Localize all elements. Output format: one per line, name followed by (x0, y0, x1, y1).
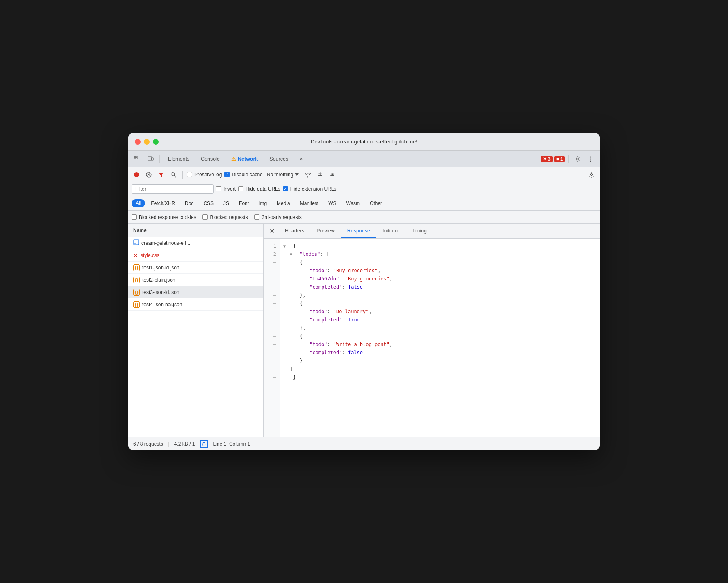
upload-icon[interactable] (315, 170, 325, 180)
file-item-json4[interactable]: {} test4-json-hal.json (128, 298, 263, 311)
transfer-size: 4.2 kB / 1 (174, 441, 195, 447)
blocked-cookies-input[interactable] (132, 214, 137, 220)
tab-more[interactable]: » (295, 153, 307, 165)
maximize-button[interactable] (153, 139, 159, 145)
file-name-json1: test1-json-ld.json (142, 265, 180, 271)
tab-preview[interactable]: Preview (311, 224, 340, 238)
clear-button[interactable] (144, 170, 154, 180)
line-num-15[interactable]: – (264, 357, 280, 365)
minimize-button[interactable] (144, 139, 150, 145)
type-filter-doc[interactable]: Doc (181, 199, 198, 207)
wifi-icon[interactable] (303, 170, 313, 180)
tab-elements[interactable]: Elements (163, 153, 194, 165)
third-party-input[interactable] (254, 214, 259, 220)
warning-icon: ⚠ (231, 156, 236, 162)
line-num-9[interactable]: – (264, 307, 280, 316)
cursor-tool-icon[interactable] (132, 153, 143, 165)
line-num-10[interactable]: – (264, 316, 280, 324)
type-filter-media[interactable]: Media (273, 199, 294, 207)
line-num-17[interactable]: – (264, 373, 280, 381)
type-filter-css[interactable]: CSS (199, 199, 218, 207)
line-num-16[interactable]: – (264, 365, 280, 373)
svg-rect-5 (152, 158, 153, 160)
line-num-14[interactable]: – (264, 348, 280, 357)
line-num-3[interactable]: – (264, 258, 280, 266)
invert-checkbox[interactable]: Invert (216, 186, 236, 192)
file-item-json1[interactable]: {} test1-json-ld.json (128, 262, 263, 274)
type-filter-wasm[interactable]: Wasm (342, 199, 364, 207)
error-icon: ✕ (133, 252, 138, 259)
tab-sources-label: Sources (269, 156, 288, 162)
type-filter-other[interactable]: Other (366, 199, 386, 207)
hide-extension-urls-checkbox-input[interactable]: ✓ (283, 186, 288, 191)
blocked-requests-checkbox[interactable]: Blocked requests (202, 214, 248, 220)
tab-sources[interactable]: Sources (264, 153, 293, 165)
json-format-icon[interactable]: {} (200, 440, 208, 448)
blocked-cookies-checkbox[interactable]: Blocked response cookies (132, 214, 196, 220)
file-item-main[interactable]: cream-gelatinous-eff... (128, 237, 263, 249)
type-filter-img[interactable]: Img (255, 199, 271, 207)
filter-input[interactable] (132, 184, 214, 194)
error-badge[interactable]: ✕ 3 (541, 156, 553, 162)
filter-icon[interactable] (156, 170, 166, 180)
type-filter-ws[interactable]: WS (324, 199, 340, 207)
tab-timing[interactable]: Timing (406, 224, 432, 238)
code-line-17: } (280, 373, 600, 381)
type-filter-js[interactable]: JS (219, 199, 233, 207)
status-bar: 6 / 8 requests | 4.2 kB / 1 {} Line 1, C… (128, 437, 600, 450)
svg-marker-17 (295, 173, 299, 176)
hide-data-urls-checkbox[interactable]: Hide data URLs (238, 186, 280, 192)
type-filter-font[interactable]: Font (235, 199, 253, 207)
file-item-json2[interactable]: {} test2-plain.json (128, 274, 263, 286)
line-num-8[interactable]: – (264, 299, 280, 307)
json-icon-3: {} (133, 289, 140, 296)
close-panel-button[interactable]: ✕ (267, 226, 277, 236)
disable-cache-checkbox[interactable]: ✓ Disable cache (224, 172, 262, 178)
tab-headers[interactable]: Headers (279, 224, 310, 238)
hide-extension-urls-checkbox[interactable]: ✓ Hide extension URLs (283, 186, 337, 192)
close-button[interactable] (135, 139, 141, 145)
tab-headers-label: Headers (285, 228, 304, 234)
file-name-json3: test3-json-ld.json (142, 289, 180, 295)
type-filter-manifest[interactable]: Manifest (296, 199, 323, 207)
device-tool-icon[interactable] (145, 153, 156, 165)
line-num-5[interactable]: – (264, 275, 280, 283)
settings-icon[interactable] (572, 153, 583, 165)
search-icon[interactable] (168, 170, 178, 180)
network-settings-icon[interactable] (587, 170, 596, 180)
line-num-2[interactable]: 2 (264, 250, 280, 258)
tab-response[interactable]: Response (341, 224, 376, 238)
line-num-1[interactable]: 1 (264, 242, 280, 250)
more-options-icon[interactable] (585, 153, 596, 165)
tab-initiator[interactable]: Initiator (377, 224, 405, 238)
type-filter-fetch-xhr[interactable]: Fetch/XHR (147, 199, 179, 207)
tab-console[interactable]: Console (196, 153, 225, 165)
invert-checkbox-input[interactable] (216, 186, 221, 191)
line-num-12[interactable]: – (264, 332, 280, 340)
code-line-12: { (280, 332, 600, 340)
file-name-json4: test4-json-hal.json (142, 302, 182, 307)
hide-data-urls-checkbox-input[interactable] (238, 186, 243, 191)
code-line-6: "completed": false (280, 283, 600, 291)
warning-badge[interactable]: ■ 1 (554, 156, 565, 162)
line-num-4[interactable]: – (264, 266, 280, 275)
line-num-7[interactable]: – (264, 291, 280, 299)
line-num-13[interactable]: – (264, 340, 280, 348)
preserve-log-checkbox-input[interactable] (187, 172, 192, 177)
line-num-11[interactable]: – (264, 324, 280, 332)
file-item-css[interactable]: ✕ style.css (128, 249, 263, 262)
record-button[interactable] (132, 170, 141, 180)
preserve-log-checkbox[interactable]: Preserve log (187, 172, 222, 178)
third-party-checkbox[interactable]: 3rd-party requests (254, 214, 301, 220)
disable-cache-checkbox-input[interactable]: ✓ (224, 172, 230, 177)
download-icon[interactable] (328, 170, 337, 180)
tab-network[interactable]: ⚠ Network (226, 153, 263, 165)
line-num-6[interactable]: – (264, 283, 280, 291)
blocked-requests-input[interactable] (202, 214, 208, 220)
file-item-json3[interactable]: {} test3-json-ld.json (128, 286, 263, 298)
svg-point-10 (134, 172, 139, 177)
svg-rect-19 (330, 175, 334, 176)
throttle-select[interactable]: No throttling (265, 171, 301, 178)
hide-data-urls-label: Hide data URLs (246, 186, 280, 192)
type-filter-all[interactable]: All (132, 199, 145, 207)
